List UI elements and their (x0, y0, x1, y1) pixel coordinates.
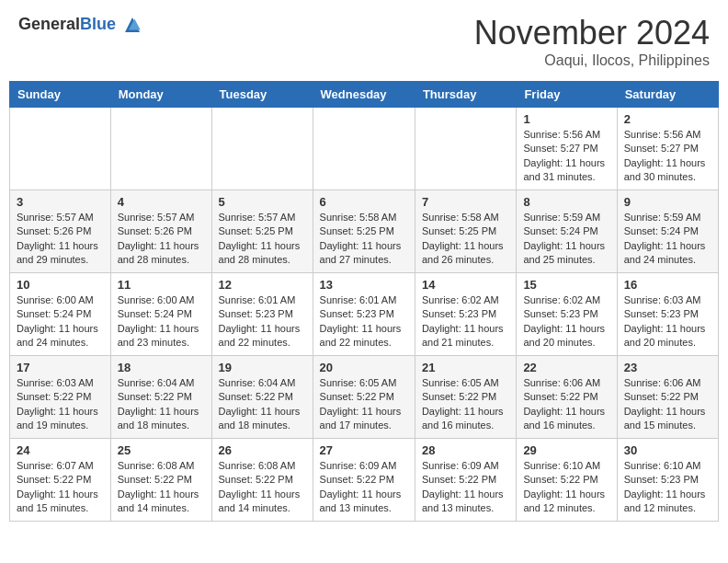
calendar-cell: 19Sunrise: 6:04 AM Sunset: 5:22 PM Dayli… (211, 356, 313, 439)
month-title: November 2024 (474, 14, 710, 52)
day-number: 5 (219, 195, 306, 209)
calendar-cell (10, 108, 111, 190)
day-info: Sunrise: 6:05 AM Sunset: 5:22 PM Dayligh… (422, 376, 509, 433)
weekday-header: Friday (517, 82, 617, 108)
day-number: 8 (523, 195, 609, 209)
calendar-header-row: SundayMondayTuesdayWednesdayThursdayFrid… (10, 82, 719, 108)
day-number: 11 (118, 278, 205, 292)
day-number: 19 (219, 361, 306, 374)
day-number: 2 (624, 112, 711, 126)
day-number: 7 (422, 195, 509, 209)
day-number: 3 (17, 195, 104, 209)
calendar-cell (110, 108, 211, 190)
calendar-cell: 21Sunrise: 6:05 AM Sunset: 5:22 PM Dayli… (415, 356, 516, 439)
weekday-header: Wednesday (313, 82, 415, 108)
day-number: 24 (17, 443, 104, 457)
calendar-cell: 17Sunrise: 6:03 AM Sunset: 5:22 PM Dayli… (10, 356, 111, 439)
day-info: Sunrise: 6:08 AM Sunset: 5:22 PM Dayligh… (118, 459, 205, 516)
calendar-cell: 15Sunrise: 6:02 AM Sunset: 5:23 PM Dayli… (517, 273, 617, 356)
page-header: GeneralBlue November 2024 Oaqui, Ilocos,… (9, 9, 719, 74)
weekday-header: Thursday (415, 82, 516, 108)
logo-icon (121, 14, 143, 36)
day-info: Sunrise: 6:00 AM Sunset: 5:24 PM Dayligh… (118, 293, 205, 350)
day-number: 10 (17, 278, 104, 292)
day-info: Sunrise: 6:04 AM Sunset: 5:22 PM Dayligh… (219, 376, 306, 433)
day-number: 26 (219, 443, 306, 457)
day-info: Sunrise: 6:06 AM Sunset: 5:22 PM Dayligh… (523, 376, 609, 433)
day-info: Sunrise: 6:09 AM Sunset: 5:22 PM Dayligh… (422, 459, 509, 516)
day-info: Sunrise: 5:58 AM Sunset: 5:25 PM Dayligh… (320, 211, 408, 268)
day-info: Sunrise: 6:03 AM Sunset: 5:23 PM Dayligh… (624, 293, 711, 350)
calendar-cell: 23Sunrise: 6:06 AM Sunset: 5:22 PM Dayli… (617, 356, 718, 439)
day-number: 15 (523, 278, 609, 292)
calendar-cell: 30Sunrise: 6:10 AM Sunset: 5:23 PM Dayli… (617, 439, 718, 522)
calendar-cell: 10Sunrise: 6:00 AM Sunset: 5:24 PM Dayli… (10, 273, 111, 356)
day-info: Sunrise: 6:04 AM Sunset: 5:22 PM Dayligh… (118, 376, 205, 433)
day-info: Sunrise: 6:02 AM Sunset: 5:23 PM Dayligh… (523, 293, 609, 350)
calendar-cell: 28Sunrise: 6:09 AM Sunset: 5:22 PM Dayli… (415, 439, 516, 522)
calendar-cell (211, 108, 313, 190)
calendar-cell: 5Sunrise: 5:57 AM Sunset: 5:25 PM Daylig… (211, 190, 313, 273)
day-number: 1 (523, 112, 609, 126)
day-number: 4 (118, 195, 205, 209)
day-number: 12 (219, 278, 306, 292)
day-number: 9 (624, 195, 711, 209)
calendar-week-row: 1Sunrise: 5:56 AM Sunset: 5:27 PM Daylig… (10, 108, 719, 190)
calendar-week-row: 3Sunrise: 5:57 AM Sunset: 5:26 PM Daylig… (10, 190, 719, 273)
day-info: Sunrise: 5:57 AM Sunset: 5:26 PM Dayligh… (118, 211, 205, 268)
day-info: Sunrise: 5:59 AM Sunset: 5:24 PM Dayligh… (624, 211, 711, 268)
day-number: 16 (624, 278, 711, 292)
calendar-cell: 14Sunrise: 6:02 AM Sunset: 5:23 PM Dayli… (415, 273, 516, 356)
calendar-cell: 3Sunrise: 5:57 AM Sunset: 5:26 PM Daylig… (10, 190, 111, 273)
day-info: Sunrise: 6:01 AM Sunset: 5:23 PM Dayligh… (320, 293, 408, 350)
day-info: Sunrise: 6:01 AM Sunset: 5:23 PM Dayligh… (219, 293, 306, 350)
calendar-table: SundayMondayTuesdayWednesdayThursdayFrid… (9, 81, 719, 522)
calendar-cell: 4Sunrise: 5:57 AM Sunset: 5:26 PM Daylig… (110, 190, 211, 273)
calendar-cell: 24Sunrise: 6:07 AM Sunset: 5:22 PM Dayli… (10, 439, 111, 522)
day-info: Sunrise: 6:10 AM Sunset: 5:23 PM Dayligh… (624, 459, 711, 516)
calendar-cell: 22Sunrise: 6:06 AM Sunset: 5:22 PM Dayli… (517, 356, 617, 439)
day-info: Sunrise: 6:10 AM Sunset: 5:22 PM Dayligh… (523, 459, 609, 516)
weekday-header: Saturday (617, 82, 718, 108)
day-number: 17 (17, 361, 104, 374)
day-number: 28 (422, 443, 509, 457)
day-info: Sunrise: 6:00 AM Sunset: 5:24 PM Dayligh… (17, 293, 104, 350)
calendar-week-row: 24Sunrise: 6:07 AM Sunset: 5:22 PM Dayli… (10, 439, 719, 522)
day-number: 30 (624, 443, 711, 457)
calendar-cell: 8Sunrise: 5:59 AM Sunset: 5:24 PM Daylig… (517, 190, 617, 273)
day-number: 22 (523, 361, 609, 374)
day-info: Sunrise: 5:57 AM Sunset: 5:26 PM Dayligh… (17, 211, 104, 268)
day-info: Sunrise: 6:03 AM Sunset: 5:22 PM Dayligh… (17, 376, 104, 433)
location: Oaqui, Ilocos, Philippines (474, 52, 710, 69)
title-block: November 2024 Oaqui, Ilocos, Philippines (474, 14, 710, 69)
day-info: Sunrise: 5:56 AM Sunset: 5:27 PM Dayligh… (624, 128, 711, 185)
day-number: 13 (320, 278, 408, 292)
day-number: 25 (118, 443, 205, 457)
calendar-cell: 27Sunrise: 6:09 AM Sunset: 5:22 PM Dayli… (313, 439, 415, 522)
calendar-week-row: 10Sunrise: 6:00 AM Sunset: 5:24 PM Dayli… (10, 273, 719, 356)
calendar-cell: 7Sunrise: 5:58 AM Sunset: 5:25 PM Daylig… (415, 190, 516, 273)
calendar-cell: 29Sunrise: 6:10 AM Sunset: 5:22 PM Dayli… (517, 439, 617, 522)
calendar-cell: 11Sunrise: 6:00 AM Sunset: 5:24 PM Dayli… (110, 273, 211, 356)
day-number: 27 (320, 443, 408, 457)
day-number: 20 (320, 361, 408, 374)
weekday-header: Monday (110, 82, 211, 108)
calendar-cell: 26Sunrise: 6:08 AM Sunset: 5:22 PM Dayli… (211, 439, 313, 522)
day-number: 18 (118, 361, 205, 374)
calendar-week-row: 17Sunrise: 6:03 AM Sunset: 5:22 PM Dayli… (10, 356, 719, 439)
day-number: 6 (320, 195, 408, 209)
calendar-cell (313, 108, 415, 190)
day-info: Sunrise: 6:07 AM Sunset: 5:22 PM Dayligh… (17, 459, 104, 516)
day-info: Sunrise: 6:02 AM Sunset: 5:23 PM Dayligh… (422, 293, 509, 350)
day-info: Sunrise: 5:59 AM Sunset: 5:24 PM Dayligh… (523, 211, 609, 268)
logo: GeneralBlue (18, 14, 143, 36)
day-info: Sunrise: 6:06 AM Sunset: 5:22 PM Dayligh… (624, 376, 711, 433)
day-number: 29 (523, 443, 609, 457)
weekday-header: Sunday (10, 82, 111, 108)
weekday-header: Tuesday (211, 82, 313, 108)
calendar-cell: 12Sunrise: 6:01 AM Sunset: 5:23 PM Dayli… (211, 273, 313, 356)
day-info: Sunrise: 5:58 AM Sunset: 5:25 PM Dayligh… (422, 211, 509, 268)
calendar-cell: 1Sunrise: 5:56 AM Sunset: 5:27 PM Daylig… (517, 108, 617, 190)
day-number: 23 (624, 361, 711, 374)
day-number: 21 (422, 361, 509, 374)
